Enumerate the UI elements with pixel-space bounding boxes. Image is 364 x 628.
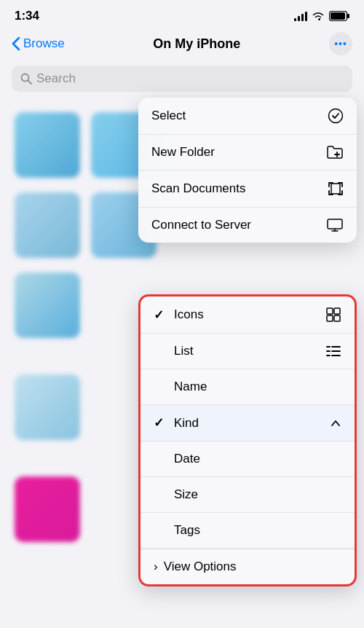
menu-item-kind[interactable]: ✓ Kind <box>141 405 355 441</box>
wifi-icon <box>312 11 325 21</box>
signal-icon <box>294 12 307 21</box>
nav-bar: Browse On My iPhone ••• <box>0 28 364 61</box>
svg-rect-9 <box>328 219 342 229</box>
back-label: Browse <box>23 36 65 51</box>
menu-item-connect-server[interactable]: Connect to Server <box>138 208 357 243</box>
monitor-icon <box>326 218 344 232</box>
svg-line-4 <box>28 81 32 85</box>
chevron-left-icon <box>12 36 20 51</box>
menu-item-name[interactable]: Name <box>141 369 355 405</box>
back-button[interactable]: Browse <box>12 36 65 51</box>
battery-icon <box>329 11 349 21</box>
search-icon <box>20 73 32 85</box>
svg-rect-14 <box>327 315 333 321</box>
menu-item-icons[interactable]: ✓ Icons <box>141 297 355 334</box>
grid-icon <box>325 307 341 323</box>
search-input[interactable]: Search <box>36 71 76 86</box>
kind-checkmark: ✓ <box>154 415 168 431</box>
svg-rect-1 <box>347 14 349 18</box>
menu-item-size[interactable]: Size <box>141 477 355 513</box>
svg-rect-2 <box>331 12 345 20</box>
list-icon <box>325 345 341 358</box>
svg-rect-13 <box>334 308 340 314</box>
folder-plus-icon <box>326 145 344 160</box>
search-bar[interactable]: Search <box>12 66 352 92</box>
icons-checkmark: ✓ <box>154 307 168 323</box>
svg-rect-15 <box>334 315 340 321</box>
chevron-up-icon <box>330 417 341 429</box>
status-bar: 1:34 <box>0 0 364 28</box>
status-time: 1:34 <box>15 9 39 23</box>
menu-item-select[interactable]: Select <box>138 98 357 135</box>
page-title: On My iPhone <box>153 36 240 52</box>
checkmark-circle-icon <box>328 108 344 124</box>
menu-item-new-folder[interactable]: New Folder <box>138 135 357 170</box>
menu-item-date[interactable]: Date <box>141 441 355 477</box>
svg-rect-12 <box>327 308 333 314</box>
search-bar-container: Search <box>0 61 364 98</box>
menu-item-list[interactable]: List <box>141 334 355 369</box>
scan-doc-icon <box>328 181 344 197</box>
view-options-chevron: › <box>154 560 158 574</box>
more-icon: ••• <box>334 38 347 50</box>
menu-item-tags[interactable]: Tags <box>141 513 355 549</box>
bg-item-5 <box>15 272 80 338</box>
bg-item-6 <box>15 374 80 440</box>
menu-item-scan-documents[interactable]: Scan Documents <box>138 170 357 208</box>
menu-item-view-options[interactable]: › View Options <box>141 549 355 584</box>
status-icons <box>294 11 349 21</box>
dropdown-top-menu: Select New Folder Scan Documents <box>138 98 357 243</box>
bg-item-7 <box>15 476 80 542</box>
dropdown-bottom-menu: ✓ Icons List <box>138 294 357 586</box>
bg-item-3 <box>15 192 80 258</box>
svg-rect-8 <box>331 184 340 194</box>
svg-point-5 <box>329 109 343 123</box>
content-area: Select New Folder Scan Documents <box>0 98 364 628</box>
bg-item-1 <box>15 112 80 178</box>
more-button[interactable]: ••• <box>329 32 352 55</box>
